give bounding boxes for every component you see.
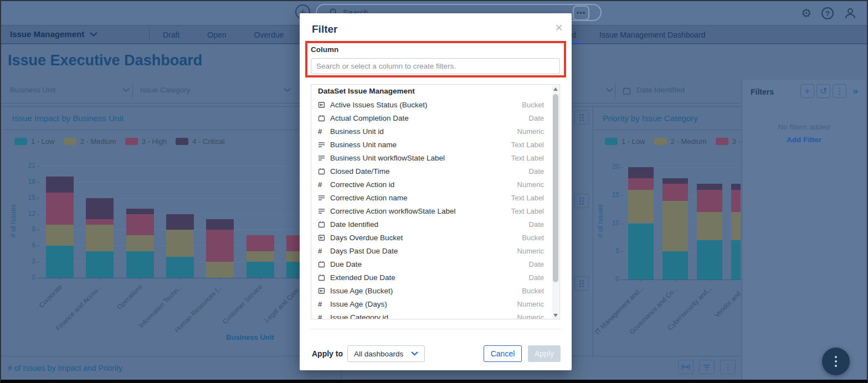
column-option[interactable]: #Days Past Due DateNumeric: [311, 244, 559, 257]
bar-segment[interactable]: [166, 230, 194, 256]
bar-segment[interactable]: [46, 225, 74, 246]
legend-item[interactable]: 1 - Low: [14, 137, 55, 146]
column-option[interactable]: Corrective Action workflowState LabelTex…: [311, 204, 559, 218]
bar-segment[interactable]: [86, 251, 114, 278]
scroll-up-icon[interactable]: [553, 87, 558, 91]
apply-button[interactable]: Apply: [528, 345, 561, 362]
column-option[interactable]: Active Issues Status (Bucket)Bucket: [311, 98, 559, 111]
bar-segment[interactable]: [246, 235, 274, 251]
bar-segment[interactable]: [46, 246, 74, 278]
date-identified-filter[interactable]: Date Identified: [636, 86, 685, 94]
apply-to-select[interactable]: All dashboards: [347, 345, 425, 362]
bar-segment[interactable]: [206, 219, 234, 230]
column-option[interactable]: #Business Unit idNumeric: [311, 125, 559, 138]
column-option[interactable]: Closed Date/TimeDate: [311, 164, 559, 178]
fit-width-button[interactable]: [678, 360, 694, 374]
tab-partial[interactable]: d: [572, 30, 576, 39]
add-filter-button[interactable]: +: [800, 84, 814, 98]
bar-segment[interactable]: [628, 178, 654, 189]
panel-drag-handle[interactable]: [574, 276, 589, 291]
bar-segment[interactable]: [697, 184, 722, 189]
bar-segment[interactable]: [166, 214, 194, 230]
bar-segment[interactable]: [662, 201, 688, 251]
cancel-button[interactable]: Cancel: [484, 345, 522, 362]
column-option[interactable]: #Issue Age (Days)Numeric: [311, 297, 559, 310]
scrollbar[interactable]: [552, 85, 559, 319]
filters-menu-button[interactable]: ⋮: [833, 84, 846, 98]
bar-segment[interactable]: [126, 214, 154, 235]
profile-button[interactable]: [844, 7, 857, 20]
collapse-panel-button[interactable]: »: [849, 84, 862, 98]
bar-segment[interactable]: [126, 235, 154, 251]
floating-action-button[interactable]: [822, 348, 850, 375]
panel-drag-handle[interactable]: [574, 110, 589, 125]
bar-segment[interactable]: [731, 240, 741, 280]
bar-segment[interactable]: [86, 198, 114, 219]
business-unit-filter[interactable]: Business Unit: [10, 86, 56, 94]
settings-button[interactable]: ⚙: [801, 7, 811, 20]
bar-segment[interactable]: [46, 193, 74, 225]
issue-category-filter[interactable]: Issue Category: [140, 86, 191, 94]
help-button[interactable]: ?: [821, 7, 834, 19]
chevron-down-icon[interactable]: [284, 88, 291, 92]
nav-tab-open[interactable]: Open: [202, 30, 232, 39]
scrollbar-thumb[interactable]: [553, 94, 558, 282]
chart-title[interactable]: Priority by Issue Category: [603, 113, 698, 123]
add-filter-link[interactable]: Add Filter: [742, 136, 866, 144]
column-option[interactable]: #Issue Category idNumeric: [311, 310, 559, 319]
app-switcher[interactable]: Issue Management: [10, 29, 97, 39]
bottom-panel-title[interactable]: # of Issues by Impact and Priority: [8, 364, 122, 372]
column-option[interactable]: Days Overdue BucketBucket: [311, 231, 559, 244]
bar-segment[interactable]: [662, 251, 688, 280]
column-option[interactable]: Due DateDate: [311, 257, 559, 271]
bar-segment[interactable]: [166, 257, 194, 278]
bar-segment[interactable]: [697, 240, 722, 280]
bar-segment[interactable]: [86, 219, 114, 225]
bar-segment[interactable]: [126, 209, 154, 214]
column-option[interactable]: Actual Completion DateDate: [311, 111, 559, 125]
legend-item[interactable]: 3 - High: [716, 137, 741, 146]
panel-drag-handle[interactable]: [574, 194, 589, 208]
sort-filter-button[interactable]: [699, 360, 715, 374]
column-option[interactable]: Date IdentifiedDate: [311, 218, 559, 231]
legend-item[interactable]: 1 - Low: [605, 137, 645, 146]
bar-segment[interactable]: [731, 212, 741, 240]
topbar-more-button[interactable]: •••: [573, 6, 589, 20]
reset-filters-button[interactable]: ↺: [816, 84, 830, 98]
nav-tab-draft[interactable]: Draft: [157, 30, 185, 39]
bar-segment[interactable]: [46, 177, 74, 193]
legend-item[interactable]: 4 - Critical: [176, 137, 225, 146]
bar-segment[interactable]: [697, 190, 722, 213]
legend-item[interactable]: 3 - High: [125, 137, 167, 146]
bar-segment[interactable]: [246, 262, 274, 278]
close-button[interactable]: ×: [555, 21, 563, 34]
bar-segment[interactable]: [628, 224, 654, 280]
scroll-down-icon[interactable]: [553, 314, 558, 317]
column-search-input[interactable]: [311, 58, 560, 74]
chevron-down-icon[interactable]: [606, 88, 613, 92]
column-option[interactable]: #Corrective Action idNumeric: [311, 178, 559, 191]
legend-item[interactable]: 2 - Medium: [64, 137, 116, 146]
bar-segment[interactable]: [662, 184, 688, 200]
column-option[interactable]: Extended Due DateDate: [311, 271, 559, 284]
bar-segment[interactable]: [731, 190, 741, 213]
bar-segment[interactable]: [246, 251, 274, 262]
bar-segment[interactable]: [628, 167, 654, 178]
bar-segment[interactable]: [206, 262, 234, 278]
bar-segment[interactable]: [731, 184, 741, 189]
chevron-down-icon[interactable]: [122, 88, 130, 92]
panel-menu-button[interactable]: ⋮: [720, 360, 736, 374]
column-option[interactable]: Business Unit nameText Label: [311, 138, 559, 151]
bar-segment[interactable]: [628, 190, 654, 224]
column-option[interactable]: Corrective Action nameText Label: [311, 191, 559, 204]
bar-segment[interactable]: [206, 230, 234, 262]
bar-segment[interactable]: [126, 251, 154, 278]
column-option[interactable]: Business Unit workflowState LabelText La…: [311, 151, 559, 164]
column-option[interactable]: Issue Age (Bucket)Bucket: [311, 284, 559, 297]
legend-item[interactable]: 2 - Medium: [654, 137, 707, 146]
chart-title[interactable]: Issue Impact by Business Unit: [12, 113, 124, 123]
nav-tab-overdue[interactable]: Overdue: [249, 30, 290, 39]
tab-issue-management-dashboard[interactable]: Issue Management Dashboard: [599, 30, 705, 39]
bar-segment[interactable]: [662, 178, 688, 184]
bar-segment[interactable]: [86, 225, 114, 251]
